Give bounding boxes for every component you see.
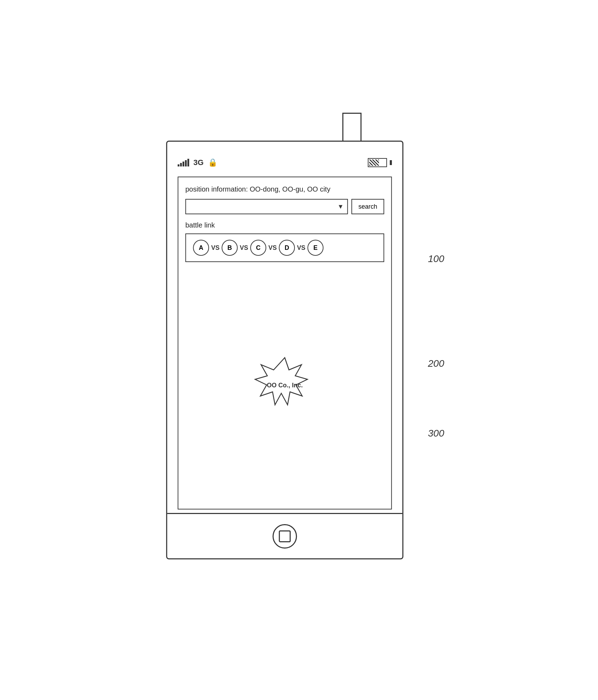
battle-link-label: battle link [185, 221, 384, 229]
location-dropdown[interactable]: ▼ [185, 199, 348, 214]
chevron-down-icon: ▼ [337, 203, 344, 210]
signal-bar-4 [185, 160, 187, 166]
reference-label-200: 200 [428, 358, 444, 369]
battle-section: battle link A VS B VS C VS D VS E [185, 221, 384, 262]
phone-body: 3G 🔒 position information: OO-dong, OO-g… [166, 141, 403, 559]
signal-bar-2 [180, 163, 182, 166]
reference-label-300: 300 [428, 428, 444, 439]
player-e-circle[interactable]: E [307, 240, 323, 256]
network-label: 3G [193, 158, 203, 167]
sponsor-text: OO Co., Inc. [267, 381, 303, 390]
status-bar: 3G 🔒 [178, 152, 392, 173]
player-a-circle[interactable]: A [193, 240, 209, 256]
sponsor-area: OO Co., Inc. [185, 269, 384, 502]
lock-icon: 🔒 [208, 158, 217, 167]
vs-text-4: VS [297, 244, 305, 252]
sponsor-badge: OO Co., Inc. [250, 354, 320, 417]
search-button[interactable]: search [351, 199, 384, 214]
battery-tip [390, 160, 392, 165]
home-button[interactable] [272, 524, 297, 549]
phone-device: 3G 🔒 position information: OO-dong, OO-g… [166, 141, 403, 559]
signal-bars-icon [178, 159, 189, 166]
vs-text-1: VS [211, 244, 219, 252]
antenna [342, 113, 361, 144]
page-container: 3G 🔒 position information: OO-dong, OO-g… [0, 0, 598, 700]
battery-fill [369, 159, 379, 166]
home-button-inner-icon [279, 530, 291, 542]
player-d-circle[interactable]: D [279, 240, 295, 256]
position-section: position information: OO-dong, OO-gu, OO… [185, 184, 384, 214]
signal-bar-1 [178, 164, 179, 166]
position-text: position information: OO-dong, OO-gu, OO… [185, 184, 384, 194]
vs-text-2: VS [240, 244, 248, 252]
signal-bar-3 [182, 162, 184, 166]
phone-content: position information: OO-dong, OO-gu, OO… [178, 177, 392, 509]
reference-label-100: 100 [428, 253, 444, 265]
search-row: ▼ search [185, 199, 384, 214]
status-left: 3G 🔒 [178, 158, 217, 167]
battery-icon [368, 158, 387, 167]
player-b-circle[interactable]: B [222, 240, 238, 256]
battle-box: A VS B VS C VS D VS E [185, 233, 384, 262]
vs-text-3: VS [268, 244, 277, 252]
bottom-bar [167, 513, 402, 558]
battery-area [368, 158, 392, 167]
player-c-circle[interactable]: C [250, 240, 266, 256]
signal-bar-5 [187, 159, 189, 166]
